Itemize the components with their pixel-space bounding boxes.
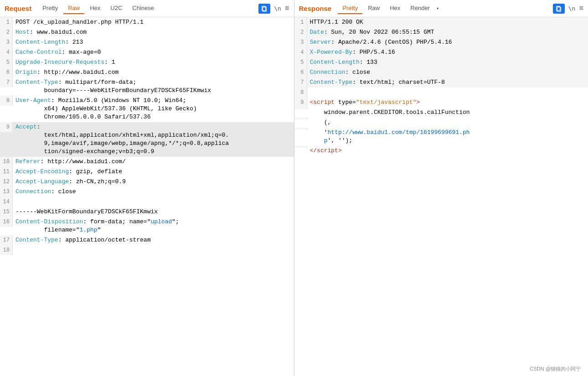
line-content: Connection: close: [307, 67, 588, 77]
line-number: 18: [0, 245, 13, 255]
request-panel: Request Pretty Raw Hex U2C Chinese \n ≡ …: [0, 0, 294, 376]
newline-icon-req[interactable]: \n: [274, 5, 281, 12]
line-number: 11: [0, 167, 13, 177]
line-content: Content-Type: text/html; charset=UTF-8: [307, 77, 588, 88]
line-content: Connection: close: [13, 187, 294, 197]
line-number: 10: [0, 157, 13, 167]
line-content: <script type="text/javascript">: [307, 98, 588, 108]
line-number: [294, 146, 307, 148]
line-number: 6: [0, 67, 13, 77]
response-panel: Response Pretty Raw Hex Render ▾ \n ≡ 1H…: [294, 0, 588, 376]
line-number: 8: [0, 96, 13, 106]
line-number: 16: [0, 217, 13, 227]
line-number: 3: [0, 37, 13, 47]
line-number: 15: [0, 207, 13, 217]
table-row: 'http://www.baidu1.com/tmp/16199699691.p…: [294, 128, 588, 146]
line-content: Cache-Control: max-age=0: [13, 47, 294, 57]
line-content: Host: www.baidu1.com: [13, 27, 294, 37]
line-content: 'http://www.baidu1.com/tmp/16199699691.p…: [307, 128, 588, 146]
tab-pretty-req[interactable]: Pretty: [38, 3, 62, 14]
tab-u2c-req[interactable]: U2C: [106, 3, 127, 14]
table-row: 11Accept-Encoding: gzip, deflate: [0, 167, 294, 177]
line-content: Accept: text/html,application/xhtml+xml,…: [13, 122, 294, 157]
line-number: 2: [0, 27, 13, 37]
table-row: window.parent.CKEDITOR.tools.callFunctio…: [294, 108, 588, 118]
line-content: [13, 245, 294, 247]
table-row: 8: [294, 88, 588, 98]
tab-hex-res[interactable]: Hex: [385, 3, 405, 14]
watermark: CSDN @猫猫的小阿宁: [530, 366, 581, 372]
response-code: 1HTTP/1.1 200 OK2Date: Sun, 20 Nov 2022 …: [294, 17, 588, 156]
line-number: 4: [0, 47, 13, 57]
menu-icon-req[interactable]: ≡: [285, 5, 289, 13]
table-row: 1POST /ck_upload_handler.php HTTP/1.1: [0, 17, 294, 27]
line-content: User-Agent: Mozilla/5.0 (Windows NT 10.0…: [13, 96, 294, 122]
line-number: [294, 108, 307, 109]
table-row: 15------WebKitFormBoundaryE7DSCkF65FIKmw…: [0, 207, 294, 217]
copy-icon-req[interactable]: [258, 4, 270, 14]
line-number: 6: [294, 67, 307, 77]
response-title: Response: [299, 5, 332, 12]
request-title: Request: [5, 5, 31, 12]
line-content: POST /ck_upload_handler.php HTTP/1.1: [13, 17, 294, 27]
table-row: 3Server: Apache/2.4.6 (CentOS) PHP/5.4.1…: [294, 37, 588, 47]
table-row: 6Connection: close: [294, 67, 588, 77]
table-row: 9<script type="text/javascript">: [294, 98, 588, 108]
table-row: 5Content-Length: 133: [294, 57, 588, 67]
line-content: Referer: http://www.baidu1.com/: [13, 157, 294, 167]
chevron-down-icon[interactable]: ▾: [436, 5, 439, 11]
response-header: Response Pretty Raw Hex Render ▾ \n ≡: [294, 0, 588, 17]
tab-render-res[interactable]: Render: [406, 3, 434, 14]
line-number: 5: [0, 57, 13, 67]
table-row: 14: [0, 197, 294, 207]
line-number: 9: [0, 122, 13, 132]
table-row: 6Origin: http://www.baidu1.com: [0, 67, 294, 77]
line-content: X-Powered-By: PHP/5.4.16: [307, 47, 588, 57]
request-code: 1POST /ck_upload_handler.php HTTP/1.12Ho…: [0, 17, 294, 255]
table-row: 8User-Agent: Mozilla/5.0 (Windows NT 10.…: [0, 96, 294, 122]
tab-raw-res[interactable]: Raw: [363, 3, 384, 14]
line-content: [13, 197, 294, 199]
line-number: 3: [294, 37, 307, 47]
request-body: 1POST /ck_upload_handler.php HTTP/1.12Ho…: [0, 17, 294, 376]
menu-icon-res[interactable]: ≡: [579, 5, 583, 13]
line-number: 12: [0, 177, 13, 187]
line-content: Accept-Language: zh-CN,zh;q=0.9: [13, 177, 294, 187]
line-number: 2: [294, 27, 307, 37]
line-content: Date: Sun, 20 Nov 2022 06:55:15 GMT: [307, 27, 588, 37]
table-row: 4Cache-Control: max-age=0: [0, 47, 294, 57]
table-row: 12Accept-Language: zh-CN,zh;q=0.9: [0, 177, 294, 187]
line-number: 13: [0, 187, 13, 197]
table-row: 13Connection: close: [0, 187, 294, 197]
line-number: 7: [0, 77, 13, 88]
line-number: 14: [0, 197, 13, 207]
line-number: 7: [294, 77, 307, 88]
table-row: 4X-Powered-By: PHP/5.4.16: [294, 47, 588, 57]
table-row: 10Referer: http://www.baidu1.com/: [0, 157, 294, 167]
tab-chinese-req[interactable]: Chinese: [128, 3, 159, 14]
line-number: 4: [294, 47, 307, 57]
response-tabs: Pretty Raw Hex Render ▾: [338, 3, 553, 14]
line-number: 9: [294, 98, 307, 108]
table-row: 2Date: Sun, 20 Nov 2022 06:55:15 GMT: [294, 27, 588, 37]
line-content: window.parent.CKEDITOR.tools.callFunctio…: [307, 108, 588, 118]
line-content: </script>: [307, 146, 588, 156]
table-row: (,: [294, 118, 588, 128]
table-row: 2Host: www.baidu1.com: [0, 27, 294, 37]
tab-raw-req[interactable]: Raw: [63, 3, 84, 14]
newline-icon-res[interactable]: \n: [568, 5, 576, 12]
line-content: Content-Disposition: form-data; name="up…: [13, 217, 294, 235]
line-content: Content-Length: 133: [307, 57, 588, 67]
tab-pretty-res[interactable]: Pretty: [338, 3, 362, 14]
table-row: 1HTTP/1.1 200 OK: [294, 17, 588, 27]
copy-icon-res[interactable]: [553, 4, 565, 14]
line-number: [294, 118, 307, 119]
tab-hex-req[interactable]: Hex: [85, 3, 105, 14]
line-content: Upgrade-Insecure-Requests: 1: [13, 57, 294, 67]
table-row: </script>: [294, 146, 588, 156]
table-row: 7Content-Type: multipart/form-data; boun…: [0, 77, 294, 96]
request-header: Request Pretty Raw Hex U2C Chinese \n ≡: [0, 0, 294, 17]
response-body: 1HTTP/1.1 200 OK2Date: Sun, 20 Nov 2022 …: [294, 17, 588, 376]
line-content: ------WebKitFormBoundaryE7DSCkF65FIKmwix: [13, 207, 294, 217]
line-content: (,: [307, 118, 588, 128]
